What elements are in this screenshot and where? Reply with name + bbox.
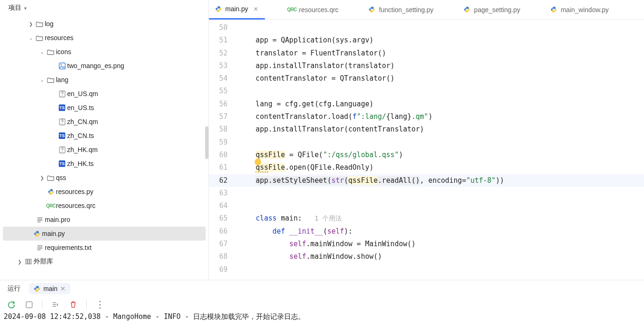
code-line[interactable]: 57 contentTranslator.load(f":lang/{lang}… (209, 111, 644, 123)
project-header[interactable]: 项目 ▾ (0, 0, 208, 16)
tab-resources-qrc[interactable]: QRCresources.qrc (283, 0, 345, 20)
tree-item-log[interactable]: ❯log (0, 17, 208, 31)
close-icon[interactable]: ✕ (60, 285, 66, 292)
tree-item-zh_HK-qm[interactable]: zh_HK.qm (0, 143, 208, 157)
svg-point-12 (217, 7, 217, 7)
code-line[interactable]: 51 app = QApplication(sys.argv) (209, 34, 644, 47)
folder-icon (35, 35, 45, 41)
code-line[interactable]: 52 translator = FluentTranslator() (209, 47, 644, 60)
tab-page_setting-py[interactable]: page_setting.py (458, 0, 527, 20)
code-content (236, 136, 239, 149)
chevron-down-icon[interactable]: ⌄ (38, 77, 46, 83)
tree-item-icons[interactable]: ⌄icons (0, 45, 208, 59)
chevron-down-icon[interactable]: ⌄ (27, 35, 35, 41)
line-number: 62 (209, 174, 236, 187)
svg-point-8 (49, 189, 50, 190)
editor-tabs: main.py✕QRCresources.qrcfunction_setting… (209, 0, 644, 20)
code-line[interactable]: 68 self.mainWindow.show() (209, 250, 644, 263)
chevron-right-icon[interactable]: ❯ (38, 175, 46, 180)
chevron-right-icon[interactable]: ❯ (16, 259, 23, 264)
tab-main-py[interactable]: main.py✕ (209, 0, 265, 20)
svg-point-5 (62, 123, 62, 124)
code-editor[interactable]: 5051 app = QApplication(sys.argv)52 tran… (209, 20, 644, 280)
python-icon (215, 5, 222, 13)
tree-item-resources-qrc[interactable]: QRCresources.qrc (0, 199, 208, 213)
rerun-button[interactable] (7, 300, 16, 309)
code-line[interactable]: 63 (209, 187, 644, 200)
tree-item-zh_CN-ts[interactable]: TSzh_CN.ts (0, 129, 208, 143)
line-number: 55 (209, 85, 236, 97)
code-line[interactable]: 67 self.mainWindow = MainWindow() (209, 238, 644, 250)
code-content: translator = FluentTranslator() (236, 47, 386, 60)
code-line[interactable]: 55 (209, 85, 644, 97)
tab-function_setting-py[interactable]: function_setting.py (363, 0, 440, 20)
tree-item-main-py[interactable]: main.py (3, 227, 206, 241)
code-line[interactable]: 54 contentTranslator = QTranslator() (209, 72, 644, 85)
svg-point-21 (38, 290, 38, 291)
run-tab-label[interactable]: 运行 (7, 284, 21, 293)
tree-item-requirements-txt[interactable]: requirements.txt (0, 241, 208, 255)
code-line[interactable]: 61 qssFile.open(QFile.ReadOnly) (209, 161, 644, 174)
code-line[interactable]: 66 def __init__(self): (209, 225, 644, 238)
svg-point-16 (466, 7, 466, 7)
step-button[interactable] (51, 300, 60, 309)
tree-item-lang[interactable]: ⌄lang (0, 73, 208, 87)
project-title: 项目 (8, 4, 21, 12)
line-number: 57 (209, 111, 236, 123)
svg-point-15 (373, 12, 373, 12)
tree-item-label: requirements.txt (45, 244, 91, 251)
tree-item-en_US-qm[interactable]: en_US.qm (0, 87, 208, 101)
tree-item-zh_HK-ts[interactable]: TSzh_HK.ts (0, 157, 208, 171)
tab-main_window-py[interactable]: main_window.py (544, 0, 615, 20)
code-line[interactable]: 53 app.installTranslator(translator) (209, 60, 644, 72)
code-content: def __init__(self): (236, 225, 353, 238)
code-content: app.setStyleSheet(str(qssFile.readAll(),… (236, 174, 504, 187)
tree-item-label: main.pro (45, 216, 70, 223)
code-line[interactable]: 59 (209, 136, 644, 149)
more-button[interactable] (95, 300, 104, 309)
code-line[interactable]: 64 (209, 200, 644, 212)
code-line[interactable]: 56 lang = cfg.get(cfg.Language) (209, 98, 644, 111)
tree-item-two_mango_es-png[interactable]: two_mango_es.png (0, 59, 208, 73)
svg-point-3 (62, 95, 62, 96)
tab-label: page_setting.py (474, 6, 520, 14)
code-content: class main: 1 个用法 (236, 212, 342, 225)
chevron-right-icon[interactable]: ❯ (27, 21, 35, 27)
line-number: 64 (209, 200, 236, 212)
folder-icon (46, 77, 56, 83)
code-line[interactable]: 65 class main: 1 个用法 (209, 212, 644, 225)
sidebar-scrollbar[interactable] (205, 126, 208, 159)
code-content: app = QApplication(sys.argv) (236, 34, 374, 47)
tree-item-label: zh_HK.qm (67, 146, 97, 153)
qrc-icon: QRC (46, 203, 56, 208)
code-line[interactable]: 60 qssFile = QFile(":/qss/global.qss") (209, 149, 644, 161)
tree-item-label: zh_CN.ts (67, 132, 94, 139)
code-line[interactable]: 69 (209, 263, 644, 276)
svg-rect-0 (59, 63, 65, 69)
run-config-name: main (43, 285, 57, 292)
tree-item-main-pro[interactable]: main.pro (0, 213, 208, 227)
code-content: qssFile = QFile(":/qss/global.qss") (236, 149, 403, 161)
close-icon[interactable]: ✕ (253, 6, 258, 13)
line-number: 56 (209, 98, 236, 111)
tree-item-en_US-ts[interactable]: TSen_US.ts (0, 101, 208, 115)
file-tree[interactable]: ❯log⌄resources⌄iconstwo_mango_es.png⌄lan… (0, 16, 208, 280)
delete-button[interactable] (69, 300, 78, 309)
run-config[interactable]: main ✕ (29, 283, 70, 294)
stop-button[interactable] (24, 300, 34, 309)
lines-icon (35, 244, 45, 251)
tree-item-label: zh_CN.qm (67, 118, 98, 125)
tree-item-resources-py[interactable]: resources.py (0, 185, 208, 199)
run-output[interactable]: 2024-09-08 12:42:52,038 - MangoHome - IN… (0, 312, 644, 322)
svg-point-7 (62, 151, 62, 152)
code-line[interactable]: 62 app.setStyleSheet(str(qssFile.readAll… (209, 174, 644, 187)
chevron-down-icon[interactable]: ⌄ (38, 49, 46, 55)
tree-item-resources[interactable]: ⌄resources (0, 31, 208, 45)
code-line[interactable]: 58 app.installTranslator(contentTranslat… (209, 123, 644, 136)
tab-label: resources.qrc (299, 6, 339, 14)
tree-item--[interactable]: ❯外部库 (0, 255, 208, 269)
tree-item-zh_CN-qm[interactable]: zh_CN.qm (0, 115, 208, 129)
code-content: self.mainWindow.show() (236, 250, 382, 263)
code-line[interactable]: 50 (209, 21, 644, 34)
tree-item-qss[interactable]: ❯qss (0, 171, 208, 185)
